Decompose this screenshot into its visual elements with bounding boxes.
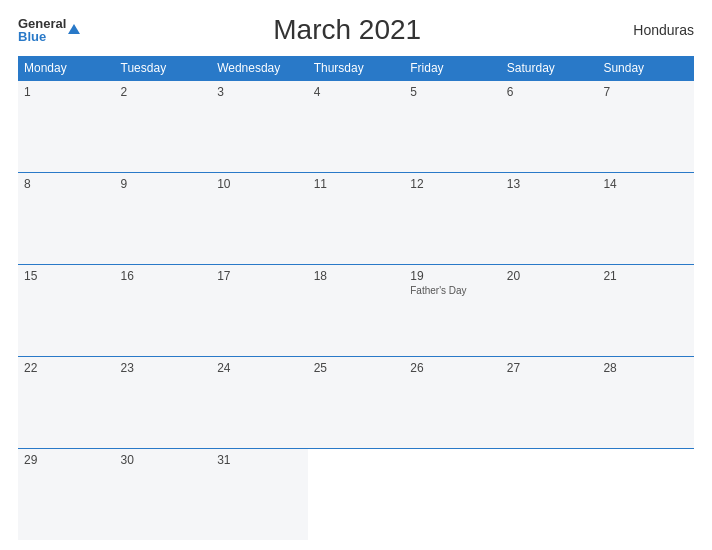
calendar-week-row: 22232425262728 — [18, 356, 694, 448]
day-number: 4 — [314, 85, 399, 99]
logo-blue-text: Blue — [18, 30, 66, 43]
calendar-week-row: 1516171819Father's Day2021 — [18, 264, 694, 356]
calendar-cell: 29 — [18, 448, 115, 540]
calendar-cell: 18 — [308, 264, 405, 356]
day-number: 13 — [507, 177, 592, 191]
calendar-cell: 1 — [18, 81, 115, 173]
col-header-sunday: Sunday — [597, 56, 694, 81]
calendar-title: March 2021 — [80, 14, 614, 46]
day-number: 22 — [24, 361, 109, 375]
col-header-wednesday: Wednesday — [211, 56, 308, 81]
calendar-cell: 13 — [501, 172, 598, 264]
calendar-cell: 21 — [597, 264, 694, 356]
day-number: 25 — [314, 361, 399, 375]
logo-triangle-icon — [68, 24, 80, 34]
day-number: 1 — [24, 85, 109, 99]
col-header-monday: Monday — [18, 56, 115, 81]
calendar-cell: 24 — [211, 356, 308, 448]
calendar-cell: 2 — [115, 81, 212, 173]
calendar-week-row: 891011121314 — [18, 172, 694, 264]
day-number: 20 — [507, 269, 592, 283]
day-number: 21 — [603, 269, 688, 283]
calendar-cell: 31 — [211, 448, 308, 540]
day-number: 28 — [603, 361, 688, 375]
calendar-week-row: 1234567 — [18, 81, 694, 173]
day-number: 11 — [314, 177, 399, 191]
day-number: 8 — [24, 177, 109, 191]
calendar-cell: 22 — [18, 356, 115, 448]
calendar-cell — [501, 448, 598, 540]
day-number: 9 — [121, 177, 206, 191]
col-header-saturday: Saturday — [501, 56, 598, 81]
country-label: Honduras — [614, 22, 694, 38]
day-number: 12 — [410, 177, 495, 191]
day-number: 14 — [603, 177, 688, 191]
calendar-cell: 10 — [211, 172, 308, 264]
day-number: 3 — [217, 85, 302, 99]
day-number: 27 — [507, 361, 592, 375]
logo: General Blue — [18, 17, 80, 43]
day-number: 2 — [121, 85, 206, 99]
day-number: 23 — [121, 361, 206, 375]
calendar-header-row: MondayTuesdayWednesdayThursdayFridaySatu… — [18, 56, 694, 81]
calendar-page: General Blue March 2021 Honduras MondayT… — [0, 0, 712, 550]
day-number: 31 — [217, 453, 302, 467]
calendar-cell: 15 — [18, 264, 115, 356]
day-number: 24 — [217, 361, 302, 375]
day-number: 17 — [217, 269, 302, 283]
calendar-cell: 23 — [115, 356, 212, 448]
col-header-thursday: Thursday — [308, 56, 405, 81]
calendar-cell: 12 — [404, 172, 501, 264]
calendar-cell: 16 — [115, 264, 212, 356]
calendar-cell: 11 — [308, 172, 405, 264]
day-number: 10 — [217, 177, 302, 191]
calendar-cell: 9 — [115, 172, 212, 264]
day-number: 18 — [314, 269, 399, 283]
day-number: 5 — [410, 85, 495, 99]
day-number: 16 — [121, 269, 206, 283]
day-number: 19 — [410, 269, 495, 283]
calendar-week-row: 293031 — [18, 448, 694, 540]
calendar-cell: 6 — [501, 81, 598, 173]
calendar-cell: 3 — [211, 81, 308, 173]
calendar-cell: 17 — [211, 264, 308, 356]
calendar-cell — [597, 448, 694, 540]
day-number: 15 — [24, 269, 109, 283]
calendar-cell: 7 — [597, 81, 694, 173]
col-header-friday: Friday — [404, 56, 501, 81]
calendar-cell: 19Father's Day — [404, 264, 501, 356]
calendar-cell — [404, 448, 501, 540]
calendar-cell: 27 — [501, 356, 598, 448]
calendar-cell: 25 — [308, 356, 405, 448]
calendar-cell: 26 — [404, 356, 501, 448]
header: General Blue March 2021 Honduras — [18, 10, 694, 50]
day-number: 7 — [603, 85, 688, 99]
calendar-table: MondayTuesdayWednesdayThursdayFridaySatu… — [18, 56, 694, 540]
calendar-cell: 20 — [501, 264, 598, 356]
calendar-cell: 8 — [18, 172, 115, 264]
col-header-tuesday: Tuesday — [115, 56, 212, 81]
day-number: 26 — [410, 361, 495, 375]
calendar-cell: 14 — [597, 172, 694, 264]
day-number: 29 — [24, 453, 109, 467]
day-number: 6 — [507, 85, 592, 99]
day-number: 30 — [121, 453, 206, 467]
calendar-cell: 28 — [597, 356, 694, 448]
calendar-cell: 4 — [308, 81, 405, 173]
event-label: Father's Day — [410, 285, 495, 296]
calendar-cell — [308, 448, 405, 540]
calendar-cell: 30 — [115, 448, 212, 540]
calendar-cell: 5 — [404, 81, 501, 173]
